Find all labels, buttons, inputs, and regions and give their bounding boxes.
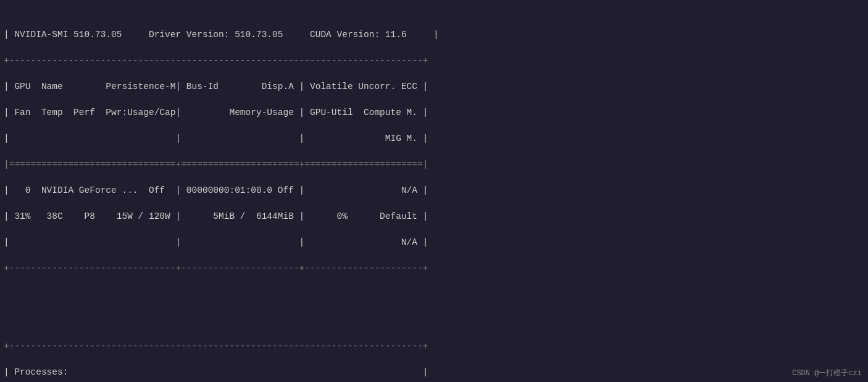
separator-line-3: +-------------------------------+-------… — [4, 262, 864, 275]
gpu-data-row-3: | | | N/A | — [4, 236, 864, 249]
col-header-line-1: | GPU Name Persistence-M| Bus-Id Disp.A … — [4, 80, 864, 93]
watermark: CSDN @一打橙子czi — [792, 368, 862, 378]
terminal-window: | NVIDIA-SMI 510.73.05 Driver Version: 5… — [0, 0, 868, 382]
col-header-line-3: | | | MIG M. | — [4, 132, 864, 145]
gpu-data-row-1: | 0 NVIDIA GeForce ... Off | 00000000:01… — [4, 184, 864, 197]
separator-line-4: +---------------------------------------… — [4, 340, 864, 353]
blank-line-2 — [4, 314, 864, 327]
blank-line-1 — [4, 288, 864, 301]
col-header-line-2: | Fan Temp Perf Pwr:Usage/Cap| Memory-Us… — [4, 106, 864, 119]
separator-equals-1: |===============================+=======… — [4, 158, 864, 171]
separator-line-1: +---------------------------------------… — [4, 54, 864, 67]
gpu-data-row-2: | 31% 38C P8 15W / 120W | 5MiB / 6144MiB… — [4, 210, 864, 223]
header-title-line: | NVIDIA-SMI 510.73.05 Driver Version: 5… — [4, 28, 864, 41]
processes-header-line: | Processes: | — [4, 366, 864, 379]
nvidia-smi-output: | NVIDIA-SMI 510.73.05 Driver Version: 5… — [0, 0, 868, 382]
